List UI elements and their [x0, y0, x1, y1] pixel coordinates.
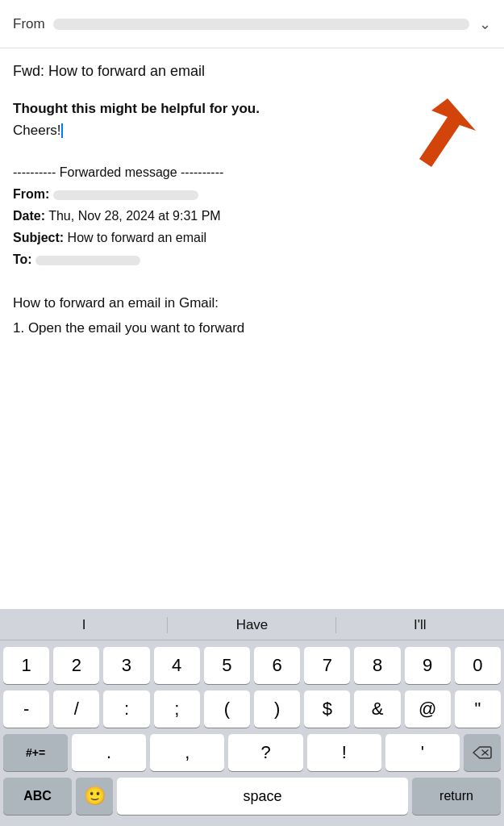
key-rows: 1 2 3 4 5 6 7 8 9 0 - / : ; ( ) $ & @ " … [0, 640, 504, 826]
bottom-row: ABC 🙂 space return [3, 778, 501, 815]
key-3[interactable]: 3 [103, 647, 149, 684]
from-row[interactable]: From ⌄ [0, 0, 504, 48]
forwarded-to-label: To: [13, 252, 32, 266]
key-dollar[interactable]: $ [304, 690, 350, 728]
key-5[interactable]: 5 [204, 647, 250, 684]
forwarded-subject-value: How to forward an email [68, 231, 207, 244]
forwarded-message-block: ---------- Forwarded message ---------- … [0, 153, 504, 276]
key-semicolon[interactable]: ; [154, 690, 200, 728]
forwarded-date-label: Date: [13, 209, 45, 223]
key-2[interactable]: 2 [53, 647, 99, 684]
from-label: From [13, 16, 45, 32]
forwarded-to: To: [13, 248, 491, 270]
key-dash[interactable]: - [3, 690, 49, 728]
key-0[interactable]: 0 [455, 647, 501, 684]
body-content-section: How to forward an email in Gmail: 1. Ope… [0, 276, 504, 347]
body-intro: How to forward an email in Gmail: [13, 292, 491, 314]
key-close-paren[interactable]: ) [254, 690, 300, 728]
key-quote[interactable]: " [455, 690, 501, 728]
forwarded-from-address [53, 190, 198, 200]
forwarded-date-value: Thu, Nov 28, 2024 at 9:31 PM [48, 209, 220, 223]
suggestion-ill[interactable]: I'll [336, 615, 504, 635]
key-apostrophe[interactable]: ' [385, 734, 460, 771]
forwarded-subject: Subject: How to forward an email [13, 227, 491, 248]
key-period[interactable]: . [72, 734, 146, 771]
key-4[interactable]: 4 [154, 647, 200, 684]
key-question[interactable]: ? [228, 734, 302, 771]
key-9[interactable]: 9 [405, 647, 451, 684]
body-line-1: Thought this might be helpful for you. [13, 98, 491, 119]
suggestion-have[interactable]: Have [168, 615, 335, 635]
suggestions-bar: I Have I'll [0, 609, 504, 640]
backspace-key[interactable] [464, 734, 501, 771]
forwarded-subject-label: Subject: [13, 231, 64, 244]
punct-row: #+= . , ? ! ' [3, 734, 501, 771]
suggestion-i[interactable]: I [0, 615, 168, 635]
from-address-blurred [53, 19, 469, 30]
step-1: 1. Open the email you want to forward [13, 317, 491, 339]
text-cursor [61, 123, 63, 138]
key-hashtag-plus-equals[interactable]: #+= [3, 734, 68, 771]
key-return[interactable]: return [412, 778, 501, 815]
key-exclaim[interactable]: ! [307, 734, 381, 771]
key-slash[interactable]: / [53, 690, 99, 728]
key-space[interactable]: space [117, 778, 408, 815]
key-emoji[interactable]: 🙂 [76, 778, 113, 815]
key-comma[interactable]: , [150, 734, 224, 771]
forwarded-to-address [35, 256, 140, 265]
forwarded-from-label: From: [13, 187, 49, 201]
cheers-text: Cheers! [13, 123, 61, 138]
number-row: 1 2 3 4 5 6 7 8 9 0 [3, 647, 501, 684]
key-ampersand[interactable]: & [354, 690, 400, 728]
forwarded-date: Date: Thu, Nov 28, 2024 at 9:31 PM [13, 205, 491, 227]
chevron-down-icon[interactable]: ⌄ [479, 15, 491, 33]
key-8[interactable]: 8 [354, 647, 400, 684]
forwarded-from: From: [13, 183, 491, 205]
key-6[interactable]: 6 [254, 647, 300, 684]
subject-row: Fwd: How to forward an email [0, 48, 504, 86]
subject-text: Fwd: How to forward an email [13, 61, 491, 81]
key-1[interactable]: 1 [3, 647, 49, 684]
key-7[interactable]: 7 [304, 647, 350, 684]
keyboard: I Have I'll 1 2 3 4 5 6 7 8 9 0 - / : ; … [0, 609, 504, 826]
body-area[interactable]: Thought this might be helpful for you. C… [0, 86, 504, 152]
key-colon[interactable]: : [103, 690, 149, 728]
forwarded-separator: ---------- Forwarded message ---------- [13, 161, 491, 183]
key-open-paren[interactable]: ( [204, 690, 250, 728]
body-line-2: Cheers! [13, 119, 491, 141]
key-at[interactable]: @ [405, 690, 451, 728]
email-compose-area: From ⌄ Fwd: How to forward an email Thou… [0, 0, 504, 347]
key-abc[interactable]: ABC [3, 778, 72, 815]
symbol-row: - / : ; ( ) $ & @ " [3, 690, 501, 728]
step-1-text: 1. Open the email you want to forward [13, 317, 244, 339]
